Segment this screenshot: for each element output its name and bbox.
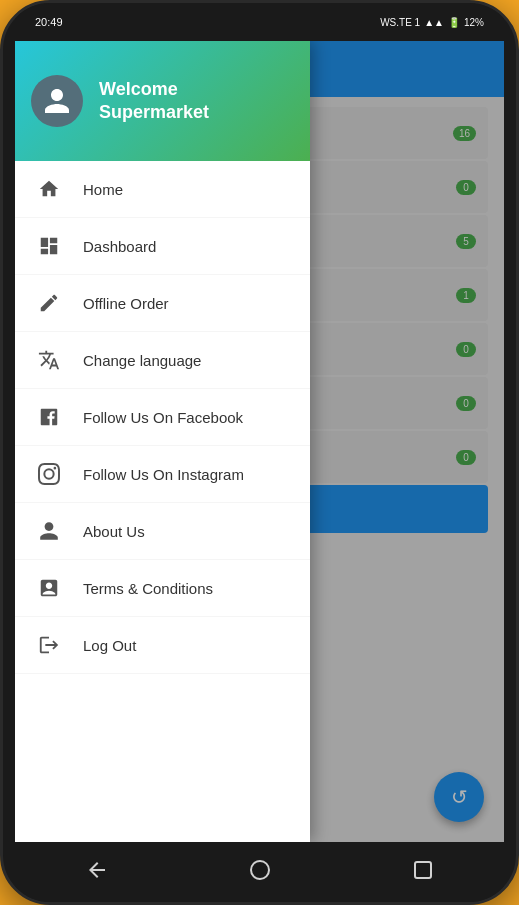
language-icon bbox=[35, 346, 63, 374]
store-label: Supermarket bbox=[99, 101, 209, 124]
drawer-menu: Home Dashboard bbox=[15, 161, 310, 842]
drawer-header-text: Welcome Supermarket bbox=[99, 78, 209, 125]
instagram-label: Follow Us On Instagram bbox=[83, 466, 244, 483]
carrier-text: WS.TE 1 bbox=[380, 17, 420, 28]
menu-item-dashboard[interactable]: Dashboard bbox=[15, 218, 310, 275]
menu-item-home[interactable]: Home bbox=[15, 161, 310, 218]
home-icon bbox=[35, 175, 63, 203]
svg-point-0 bbox=[251, 861, 269, 879]
avatar bbox=[31, 75, 83, 127]
about-us-icon bbox=[35, 517, 63, 545]
navigation-drawer: Welcome Supermarket Home bbox=[15, 41, 310, 842]
logout-label: Log Out bbox=[83, 637, 136, 654]
menu-item-facebook[interactable]: Follow Us On Facebook bbox=[15, 389, 310, 446]
status-time: 20:49 bbox=[35, 16, 63, 28]
dashboard-label: Dashboard bbox=[83, 238, 156, 255]
menu-item-about-us[interactable]: About Us bbox=[15, 503, 310, 560]
svg-rect-1 bbox=[415, 862, 431, 878]
terms-label: Terms & Conditions bbox=[83, 580, 213, 597]
menu-item-instagram[interactable]: Follow Us On Instagram bbox=[15, 446, 310, 503]
offline-order-label: Offline Order bbox=[83, 295, 169, 312]
battery-icon: 🔋 bbox=[448, 17, 460, 28]
battery-percent: 12% bbox=[464, 17, 484, 28]
home-label: Home bbox=[83, 181, 123, 198]
drawer-header: Welcome Supermarket bbox=[15, 41, 310, 161]
menu-item-logout[interactable]: Log Out bbox=[15, 617, 310, 674]
welcome-label: Welcome bbox=[99, 78, 209, 101]
change-language-label: Change language bbox=[83, 352, 201, 369]
terms-icon bbox=[35, 574, 63, 602]
offline-order-icon bbox=[35, 289, 63, 317]
menu-item-terms[interactable]: Terms & Conditions bbox=[15, 560, 310, 617]
menu-item-change-language[interactable]: Change language bbox=[15, 332, 310, 389]
about-us-label: About Us bbox=[83, 523, 145, 540]
logout-icon bbox=[35, 631, 63, 659]
back-button[interactable] bbox=[85, 858, 109, 887]
status-bar: 20:49 WS.TE 1 ▲▲ 🔋 12% bbox=[15, 3, 504, 41]
status-right: WS.TE 1 ▲▲ 🔋 12% bbox=[380, 17, 484, 28]
facebook-label: Follow Us On Facebook bbox=[83, 409, 243, 426]
recent-button[interactable] bbox=[411, 858, 435, 887]
app-content: ☰ 16 0 5 1 0 0 bbox=[15, 41, 504, 842]
facebook-icon bbox=[35, 403, 63, 431]
instagram-icon bbox=[35, 460, 63, 488]
phone-frame: 20:49 WS.TE 1 ▲▲ 🔋 12% ☰ 16 0 5 bbox=[0, 0, 519, 905]
signal-icon: ▲▲ bbox=[424, 17, 444, 28]
dashboard-icon bbox=[35, 232, 63, 260]
menu-item-offline-order[interactable]: Offline Order bbox=[15, 275, 310, 332]
bottom-nav bbox=[15, 842, 504, 902]
home-button[interactable] bbox=[248, 858, 272, 887]
